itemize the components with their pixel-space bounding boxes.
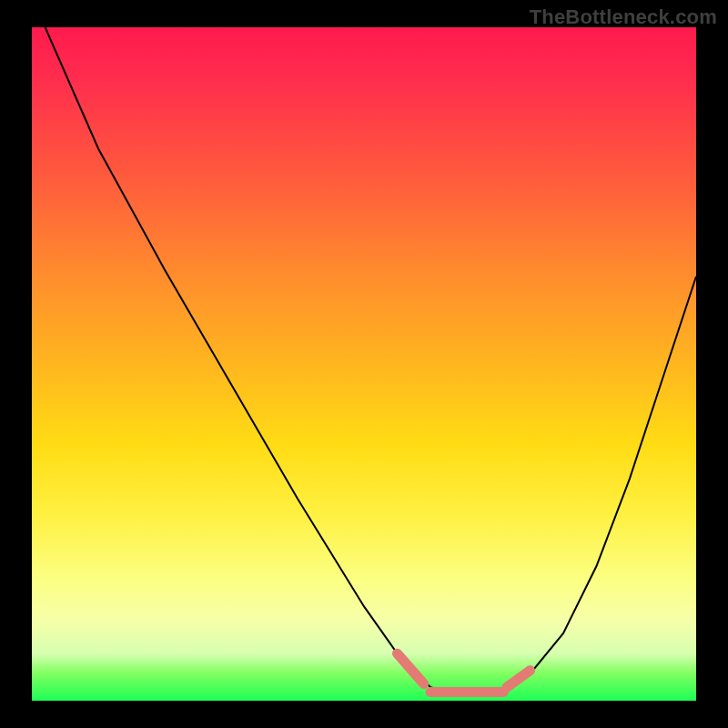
curve-layer [32,27,696,701]
valley-marker-left [398,653,424,683]
valley-marker-right [507,671,531,688]
chart-frame: TheBottleneck.com [0,0,728,728]
plot-area [32,27,696,701]
bottleneck-curve [46,27,696,694]
watermark-text: TheBottleneck.com [530,5,717,29]
